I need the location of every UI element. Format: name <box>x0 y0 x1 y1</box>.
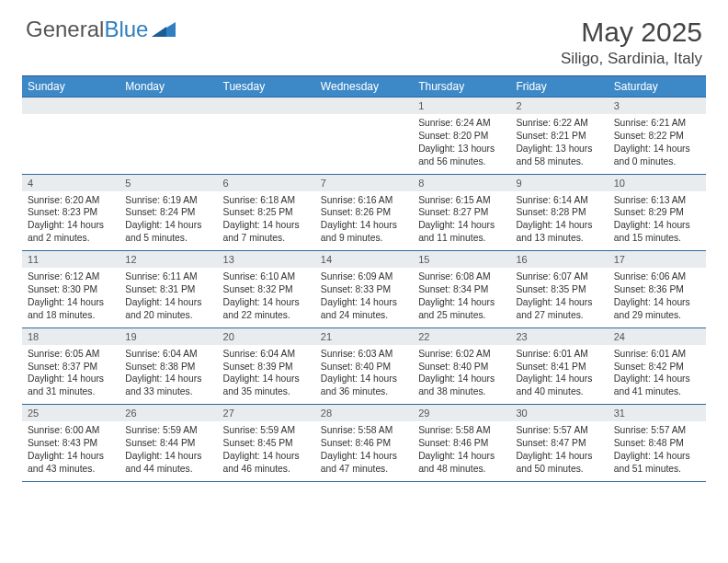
day-number <box>315 98 413 114</box>
daylight-text: Daylight: 14 hours and 9 minutes. <box>321 219 407 245</box>
day-body: Sunrise: 5:57 AMSunset: 8:48 PMDaylight:… <box>609 421 706 481</box>
svg-marker-1 <box>152 27 166 37</box>
sunrise-text: Sunrise: 6:08 AM <box>418 270 505 283</box>
day-number: 14 <box>315 251 413 268</box>
sunrise-text: Sunrise: 6:04 AM <box>223 348 310 361</box>
day-body: Sunrise: 6:22 AMSunset: 8:21 PMDaylight:… <box>510 114 608 174</box>
day-number: 22 <box>413 328 510 345</box>
day-body <box>315 114 413 171</box>
day-number: 28 <box>315 405 413 421</box>
day-cell: 20Sunrise: 6:04 AMSunset: 8:39 PMDayligh… <box>218 328 315 405</box>
daylight-text: Daylight: 14 hours and 41 minutes. <box>614 373 700 398</box>
day-number: 13 <box>218 251 315 268</box>
day-number: 11 <box>22 251 119 268</box>
sunrise-text: Sunrise: 5:59 AM <box>223 424 310 437</box>
daylight-text: Daylight: 14 hours and 33 minutes. <box>125 373 211 398</box>
sunset-text: Sunset: 8:27 PM <box>418 206 505 219</box>
logo-text-blue: Blue <box>104 17 148 42</box>
day-cell: 5Sunrise: 6:19 AMSunset: 8:24 PMDaylight… <box>119 175 217 251</box>
sunrise-text: Sunrise: 6:13 AM <box>614 194 700 207</box>
sunrise-text: Sunrise: 5:57 AM <box>516 424 602 437</box>
sunset-text: Sunset: 8:46 PM <box>418 437 505 450</box>
day-number: 21 <box>315 328 413 345</box>
day-body: Sunrise: 6:21 AMSunset: 8:22 PMDaylight:… <box>609 114 706 174</box>
day-cell: 29Sunrise: 5:58 AMSunset: 8:46 PMDayligh… <box>413 405 510 481</box>
sunrise-text: Sunrise: 6:22 AM <box>516 117 602 130</box>
day-body: Sunrise: 6:07 AMSunset: 8:35 PMDaylight:… <box>510 268 608 327</box>
sunrise-text: Sunrise: 5:57 AM <box>614 424 700 437</box>
day-cell: 27Sunrise: 5:59 AMSunset: 8:45 PMDayligh… <box>218 405 315 481</box>
day-body: Sunrise: 6:04 AMSunset: 8:38 PMDaylight:… <box>119 345 217 405</box>
day-number: 17 <box>609 251 706 268</box>
daylight-text: Daylight: 14 hours and 18 minutes. <box>28 296 114 322</box>
daylight-text: Daylight: 14 hours and 25 minutes. <box>418 296 505 322</box>
sunrise-text: Sunrise: 6:11 AM <box>125 270 211 283</box>
day-cell: 22Sunrise: 6:02 AMSunset: 8:40 PMDayligh… <box>413 328 510 405</box>
daylight-text: Daylight: 14 hours and 24 minutes. <box>321 296 407 322</box>
day-cell: 25Sunrise: 6:00 AMSunset: 8:43 PMDayligh… <box>22 405 119 481</box>
day-number <box>119 98 217 114</box>
daylight-text: Daylight: 14 hours and 13 minutes. <box>516 219 602 245</box>
day-body: Sunrise: 6:08 AMSunset: 8:34 PMDaylight:… <box>413 268 510 327</box>
day-cell <box>218 98 315 174</box>
day-body: Sunrise: 6:04 AMSunset: 8:39 PMDaylight:… <box>218 345 315 405</box>
day-number: 8 <box>413 175 510 191</box>
daylight-text: Daylight: 14 hours and 5 minutes. <box>125 219 211 245</box>
day-number: 15 <box>413 251 510 268</box>
day-body: Sunrise: 6:01 AMSunset: 8:41 PMDaylight:… <box>510 345 608 405</box>
sunrise-text: Sunrise: 6:02 AM <box>418 348 505 361</box>
sunrise-text: Sunrise: 6:01 AM <box>516 348 602 361</box>
day-number: 12 <box>119 251 217 268</box>
day-number <box>218 98 315 114</box>
day-cell: 13Sunrise: 6:10 AMSunset: 8:32 PMDayligh… <box>218 251 315 327</box>
day-cell: 28Sunrise: 5:58 AMSunset: 8:46 PMDayligh… <box>315 405 413 481</box>
sunset-text: Sunset: 8:36 PM <box>614 283 700 296</box>
daylight-text: Daylight: 14 hours and 35 minutes. <box>223 373 310 398</box>
day-number: 1 <box>413 98 510 114</box>
logo: GeneralBlue <box>26 17 176 42</box>
sunrise-text: Sunrise: 5:59 AM <box>125 424 211 437</box>
day-cell <box>119 98 217 174</box>
day-number: 24 <box>609 328 706 345</box>
dow-friday: Friday <box>510 76 608 97</box>
sunrise-text: Sunrise: 6:00 AM <box>28 424 114 437</box>
sunrise-text: Sunrise: 5:58 AM <box>418 424 505 437</box>
calendar-bottom-border <box>22 481 706 482</box>
day-body: Sunrise: 6:16 AMSunset: 8:26 PMDaylight:… <box>315 191 413 251</box>
sunrise-text: Sunrise: 6:18 AM <box>223 194 310 207</box>
day-cell: 24Sunrise: 6:01 AMSunset: 8:42 PMDayligh… <box>609 328 706 405</box>
daylight-text: Daylight: 14 hours and 20 minutes. <box>125 296 211 322</box>
day-body: Sunrise: 6:06 AMSunset: 8:36 PMDaylight:… <box>609 268 706 327</box>
day-cell: 3Sunrise: 6:21 AMSunset: 8:22 PMDaylight… <box>609 98 706 174</box>
sunrise-text: Sunrise: 6:03 AM <box>321 348 407 361</box>
day-cell: 6Sunrise: 6:18 AMSunset: 8:25 PMDaylight… <box>218 175 315 251</box>
sunset-text: Sunset: 8:48 PM <box>614 437 700 450</box>
day-cell: 26Sunrise: 5:59 AMSunset: 8:44 PMDayligh… <box>119 405 217 481</box>
sunrise-text: Sunrise: 5:58 AM <box>321 424 407 437</box>
day-number: 25 <box>22 405 119 421</box>
day-body: Sunrise: 6:20 AMSunset: 8:23 PMDaylight:… <box>22 191 119 251</box>
sunset-text: Sunset: 8:35 PM <box>516 283 602 296</box>
daylight-text: Daylight: 14 hours and 43 minutes. <box>28 450 114 476</box>
sunset-text: Sunset: 8:29 PM <box>614 206 700 219</box>
day-number: 30 <box>510 405 608 421</box>
daylight-text: Daylight: 14 hours and 40 minutes. <box>516 373 602 398</box>
triangle-icon <box>152 17 176 42</box>
daylight-text: Daylight: 14 hours and 50 minutes. <box>516 450 602 476</box>
sunrise-text: Sunrise: 6:20 AM <box>28 194 114 207</box>
day-cell: 1Sunrise: 6:24 AMSunset: 8:20 PMDaylight… <box>413 98 510 174</box>
daylight-text: Daylight: 14 hours and 51 minutes. <box>614 450 700 476</box>
day-number: 29 <box>413 405 510 421</box>
daylight-text: Daylight: 14 hours and 2 minutes. <box>28 219 114 245</box>
sunset-text: Sunset: 8:43 PM <box>28 437 114 450</box>
day-cell: 7Sunrise: 6:16 AMSunset: 8:26 PMDaylight… <box>315 175 413 251</box>
sunset-text: Sunset: 8:38 PM <box>125 361 211 373</box>
sunset-text: Sunset: 8:25 PM <box>223 206 310 219</box>
sunrise-text: Sunrise: 6:05 AM <box>28 348 114 361</box>
dow-thursday: Thursday <box>413 76 510 97</box>
day-number: 3 <box>609 98 706 114</box>
sunset-text: Sunset: 8:39 PM <box>223 361 310 373</box>
sunrise-text: Sunrise: 6:15 AM <box>418 194 505 207</box>
day-body: Sunrise: 6:05 AMSunset: 8:37 PMDaylight:… <box>22 345 119 405</box>
sunset-text: Sunset: 8:41 PM <box>516 361 602 373</box>
